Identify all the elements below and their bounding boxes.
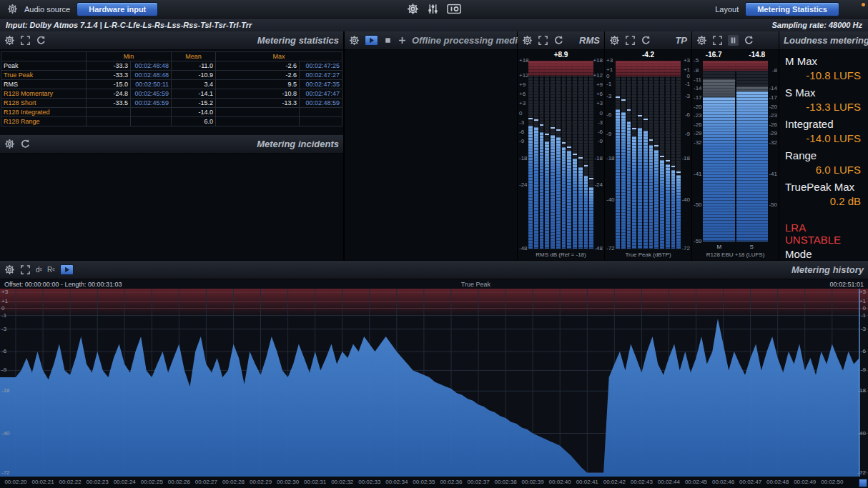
table-cell: Peak: [1, 61, 87, 71]
refresh-icon[interactable]: [20, 139, 31, 149]
table-cell: RMS: [1, 80, 87, 89]
loudness-column-labels: M S: [703, 244, 768, 250]
sliders-icon[interactable]: [427, 3, 439, 15]
table-cell: 00:02:50:11: [131, 80, 172, 89]
rc-mode-icon[interactable]: Rᶜ: [47, 266, 55, 274]
truepeak-max-value: 0.2 dB: [785, 195, 861, 207]
table-cell: 00:02:45:59: [131, 99, 172, 108]
scale-tick: -9: [606, 131, 611, 137]
loudness-readouts: -16.7 -14.8: [692, 51, 779, 60]
gear-icon[interactable]: [349, 35, 360, 46]
peak-hold-mark: [573, 154, 577, 155]
history-time-label: 00:02:43: [627, 479, 656, 485]
peak-hold-mark: [660, 156, 664, 157]
dc-mode-icon[interactable]: dᶜ: [36, 266, 42, 274]
scale-tick: -41: [769, 171, 777, 177]
meter-bar: [616, 61, 620, 249]
layout-button[interactable]: Layout: [715, 5, 739, 14]
history-scale-tick: +3: [1, 289, 8, 295]
title-bar: Audio source Hardware input Layout Meter…: [0, 0, 868, 19]
table-cell: R128 Range: [1, 117, 87, 126]
scale-tick: +9: [519, 82, 526, 88]
resize-grip[interactable]: [859, 479, 867, 487]
meter-bar-fill: [736, 91, 769, 241]
meter-bar: [578, 61, 583, 249]
history-scale-tick: +1: [859, 299, 866, 304]
expand-icon[interactable]: [625, 35, 636, 46]
gear-icon[interactable]: [609, 35, 620, 46]
refresh-icon[interactable]: [744, 35, 754, 46]
refresh-icon[interactable]: [641, 35, 651, 46]
meter-bar: [551, 61, 555, 249]
expand-icon[interactable]: [538, 35, 548, 46]
refresh-icon[interactable]: [36, 35, 46, 46]
panel-header: Loudness metering: [779, 31, 868, 50]
meter-bar-fill: [534, 127, 538, 249]
play-button[interactable]: [365, 35, 378, 46]
history-time-label: 00:02:44: [654, 479, 683, 485]
gear-icon[interactable]: [4, 139, 15, 149]
gear-icon[interactable]: [522, 35, 533, 46]
scale-tick: +1: [684, 67, 690, 73]
table-cell: 6.0: [172, 117, 216, 126]
table-cell: R128 Momentary: [1, 89, 87, 99]
truepeak-max-label: TruePeak Max: [785, 181, 862, 193]
table-cell: -10.9: [172, 71, 216, 80]
table-cell: [131, 117, 172, 126]
metering-statistics-button[interactable]: Metering Statistics: [745, 2, 839, 16]
scale-tick: -1: [606, 81, 611, 87]
hardware-input-button[interactable]: Hardware input: [77, 2, 158, 16]
table-cell: -14.1: [172, 89, 216, 99]
gear-icon[interactable]: [4, 264, 15, 275]
scale-tick: 0: [519, 111, 522, 116]
toolbar-center: [407, 3, 461, 15]
peak-hold-mark: [616, 96, 620, 98]
scale-tick: -18: [606, 156, 615, 161]
history-scale-tick: -3: [1, 327, 6, 332]
expand-icon[interactable]: [712, 35, 723, 46]
peak-hold-mark: [551, 127, 555, 129]
scale-tick: -6: [519, 129, 524, 135]
table-cell: [131, 108, 172, 117]
expand-icon[interactable]: [20, 264, 31, 275]
scale-tick: -3: [598, 120, 603, 126]
pause-button[interactable]: [728, 35, 739, 46]
gear-icon[interactable]: [7, 4, 18, 14]
history-time-label: 00:02:21: [29, 479, 57, 485]
offline-processing-panel: Offline processing media ...: [345, 31, 517, 260]
peak-hold-mark: [621, 99, 626, 101]
scale-tick: -8: [772, 68, 777, 74]
history-time-label: 00:02:50: [818, 479, 847, 485]
peak-hold-mark: [627, 109, 631, 111]
table-cell: 3.4: [172, 80, 216, 89]
history-series-label: True Peak: [122, 281, 829, 288]
meter-bar: [556, 61, 561, 249]
history-chart[interactable]: +3+3+1+100-1-1-3-3-6-6-9-9-18-18-40-40-7…: [0, 289, 868, 477]
io-routing-icon[interactable]: [447, 3, 461, 15]
plus-icon[interactable]: [398, 36, 407, 45]
scale-tick: -18: [681, 156, 690, 161]
stop-icon[interactable]: [383, 36, 393, 45]
refresh-icon[interactable]: [553, 35, 564, 46]
table-cell: 9.5: [216, 80, 300, 89]
expand-icon[interactable]: [20, 35, 31, 46]
table-cell: -15.2: [172, 99, 216, 108]
loudness-meter: -5-8-11-14-17-20-23-26-29-32-41-50-59-8-…: [692, 61, 779, 241]
gear-icon[interactable]: [4, 35, 15, 46]
meter-bar-fill: [660, 160, 664, 249]
meter-bars: [703, 61, 768, 241]
scale-tick: -17: [694, 95, 702, 101]
scale-tick: 0: [600, 111, 603, 116]
play-button[interactable]: [60, 264, 74, 275]
panel-title: Offline processing media ...: [412, 35, 533, 46]
history-scale-tick: -6: [861, 349, 866, 354]
table-cell: R128 Short: [1, 99, 87, 108]
gear-icon[interactable]: [407, 3, 419, 15]
table-cell: 00:02:48:59: [300, 99, 342, 108]
statistics-table: Min Mean Max Peak-33.300:02:48:48-11.0-2…: [1, 51, 342, 126]
history-scale-tick: -72: [1, 470, 10, 476]
panel-header: TP: [605, 31, 691, 50]
gear-icon[interactable]: [696, 35, 707, 46]
meter-bar: [621, 61, 626, 249]
scale-tick: +9: [596, 82, 603, 88]
